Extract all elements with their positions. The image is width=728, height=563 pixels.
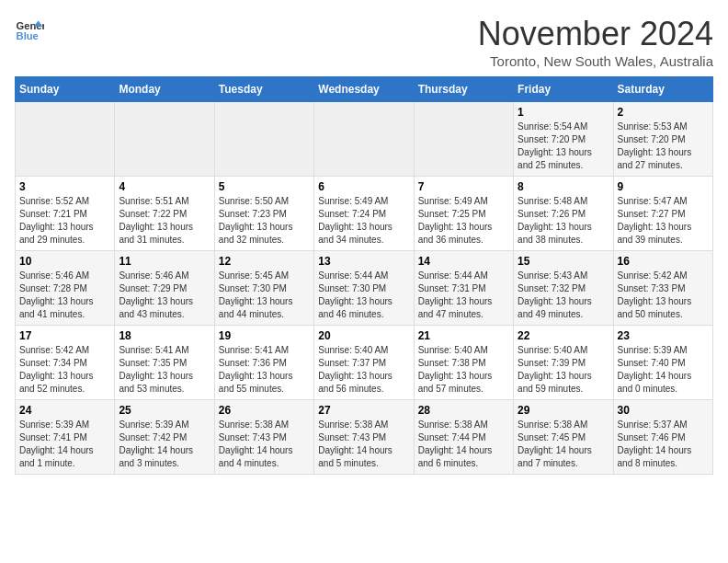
calendar-cell — [115, 102, 214, 177]
day-number: 20 — [318, 329, 409, 342]
day-info: Sunrise: 5:53 AMSunset: 7:20 PMDaylight:… — [618, 121, 709, 172]
day-number: 8 — [518, 180, 609, 193]
header: General Blue November 2024 Toronto, New … — [15, 15, 713, 69]
calendar-cell: 15Sunrise: 5:43 AMSunset: 7:32 PMDayligh… — [514, 251, 613, 326]
week-row-4: 17Sunrise: 5:42 AMSunset: 7:34 PMDayligh… — [16, 326, 713, 400]
title-area: November 2024 Toronto, New South Wales, … — [478, 15, 713, 69]
calendar-cell: 18Sunrise: 5:41 AMSunset: 7:35 PMDayligh… — [115, 326, 214, 400]
day-info: Sunrise: 5:46 AMSunset: 7:29 PMDaylight:… — [119, 270, 210, 321]
day-info: Sunrise: 5:54 AMSunset: 7:20 PMDaylight:… — [518, 121, 609, 172]
calendar-cell: 19Sunrise: 5:41 AMSunset: 7:36 PMDayligh… — [214, 326, 313, 400]
day-number: 26 — [219, 404, 310, 417]
calendar-cell: 6Sunrise: 5:49 AMSunset: 7:24 PMDaylight… — [314, 177, 414, 251]
day-number: 23 — [618, 329, 709, 342]
column-header-friday: Friday — [514, 77, 613, 102]
day-number: 19 — [219, 329, 310, 342]
logo-icon: General Blue — [15, 15, 44, 44]
day-number: 17 — [19, 329, 110, 342]
header-row: SundayMondayTuesdayWednesdayThursdayFrid… — [16, 77, 713, 102]
day-info: Sunrise: 5:46 AMSunset: 7:28 PMDaylight:… — [19, 270, 110, 321]
day-number: 10 — [19, 255, 110, 268]
day-info: Sunrise: 5:38 AMSunset: 7:43 PMDaylight:… — [219, 419, 310, 470]
day-info: Sunrise: 5:41 AMSunset: 7:35 PMDaylight:… — [119, 344, 210, 396]
calendar-cell: 16Sunrise: 5:42 AMSunset: 7:33 PMDayligh… — [613, 251, 712, 326]
calendar-cell: 14Sunrise: 5:44 AMSunset: 7:31 PMDayligh… — [414, 251, 513, 326]
location-title: Toronto, New South Wales, Australia — [478, 53, 713, 69]
day-info: Sunrise: 5:37 AMSunset: 7:46 PMDaylight:… — [618, 419, 709, 470]
column-header-monday: Monday — [115, 77, 214, 102]
day-info: Sunrise: 5:39 AMSunset: 7:42 PMDaylight:… — [119, 419, 210, 470]
calendar-cell: 28Sunrise: 5:38 AMSunset: 7:44 PMDayligh… — [414, 400, 513, 475]
day-info: Sunrise: 5:42 AMSunset: 7:33 PMDaylight:… — [618, 270, 709, 321]
day-number: 6 — [318, 180, 409, 193]
calendar-cell: 13Sunrise: 5:44 AMSunset: 7:30 PMDayligh… — [314, 251, 414, 326]
day-info: Sunrise: 5:47 AMSunset: 7:27 PMDaylight:… — [618, 195, 709, 247]
calendar-cell: 12Sunrise: 5:45 AMSunset: 7:30 PMDayligh… — [214, 251, 313, 326]
day-number: 12 — [219, 255, 310, 268]
day-info: Sunrise: 5:39 AMSunset: 7:41 PMDaylight:… — [19, 419, 110, 470]
column-header-thursday: Thursday — [414, 77, 513, 102]
day-info: Sunrise: 5:48 AMSunset: 7:26 PMDaylight:… — [518, 195, 609, 247]
day-number: 29 — [518, 404, 609, 417]
day-number: 1 — [518, 106, 609, 119]
day-number: 4 — [119, 180, 210, 193]
day-info: Sunrise: 5:38 AMSunset: 7:43 PMDaylight:… — [318, 419, 409, 470]
calendar-cell: 17Sunrise: 5:42 AMSunset: 7:34 PMDayligh… — [16, 326, 115, 400]
svg-text:Blue: Blue — [17, 30, 39, 41]
calendar-cell: 27Sunrise: 5:38 AMSunset: 7:43 PMDayligh… — [314, 400, 414, 475]
day-number: 15 — [518, 255, 609, 268]
day-number: 5 — [219, 180, 310, 193]
day-number: 22 — [518, 329, 609, 342]
day-info: Sunrise: 5:41 AMSunset: 7:36 PMDaylight:… — [219, 344, 310, 396]
logo: General Blue — [15, 15, 44, 44]
calendar-cell — [414, 102, 513, 177]
month-title: November 2024 — [478, 15, 713, 53]
day-info: Sunrise: 5:51 AMSunset: 7:22 PMDaylight:… — [119, 195, 210, 247]
calendar-cell: 1Sunrise: 5:54 AMSunset: 7:20 PMDaylight… — [514, 102, 613, 177]
day-number: 24 — [19, 404, 110, 417]
week-row-1: 1Sunrise: 5:54 AMSunset: 7:20 PMDaylight… — [16, 102, 713, 177]
day-info: Sunrise: 5:38 AMSunset: 7:45 PMDaylight:… — [518, 419, 609, 470]
day-number: 13 — [318, 255, 409, 268]
calendar-cell: 20Sunrise: 5:40 AMSunset: 7:37 PMDayligh… — [314, 326, 414, 400]
calendar-cell: 22Sunrise: 5:40 AMSunset: 7:39 PMDayligh… — [514, 326, 613, 400]
column-header-tuesday: Tuesday — [214, 77, 313, 102]
day-info: Sunrise: 5:52 AMSunset: 7:21 PMDaylight:… — [19, 195, 110, 247]
calendar-cell: 30Sunrise: 5:37 AMSunset: 7:46 PMDayligh… — [613, 400, 712, 475]
calendar-cell: 29Sunrise: 5:38 AMSunset: 7:45 PMDayligh… — [514, 400, 613, 475]
calendar-cell: 5Sunrise: 5:50 AMSunset: 7:23 PMDaylight… — [214, 177, 313, 251]
week-row-2: 3Sunrise: 5:52 AMSunset: 7:21 PMDaylight… — [16, 177, 713, 251]
day-info: Sunrise: 5:49 AMSunset: 7:25 PMDaylight:… — [418, 195, 509, 247]
calendar-cell: 7Sunrise: 5:49 AMSunset: 7:25 PMDaylight… — [414, 177, 513, 251]
calendar-cell — [16, 102, 115, 177]
calendar-cell: 26Sunrise: 5:38 AMSunset: 7:43 PMDayligh… — [214, 400, 313, 475]
day-info: Sunrise: 5:43 AMSunset: 7:32 PMDaylight:… — [518, 270, 609, 321]
day-number: 21 — [418, 329, 509, 342]
calendar-cell — [314, 102, 414, 177]
day-number: 27 — [318, 404, 409, 417]
calendar-table: SundayMondayTuesdayWednesdayThursdayFrid… — [15, 76, 713, 475]
calendar-cell: 4Sunrise: 5:51 AMSunset: 7:22 PMDaylight… — [115, 177, 214, 251]
day-info: Sunrise: 5:39 AMSunset: 7:40 PMDaylight:… — [618, 344, 709, 396]
calendar-cell: 10Sunrise: 5:46 AMSunset: 7:28 PMDayligh… — [16, 251, 115, 326]
day-number: 14 — [418, 255, 509, 268]
day-number: 7 — [418, 180, 509, 193]
day-number: 9 — [618, 180, 709, 193]
day-info: Sunrise: 5:44 AMSunset: 7:30 PMDaylight:… — [318, 270, 409, 321]
calendar-cell: 21Sunrise: 5:40 AMSunset: 7:38 PMDayligh… — [414, 326, 513, 400]
calendar-cell: 9Sunrise: 5:47 AMSunset: 7:27 PMDaylight… — [613, 177, 712, 251]
week-row-3: 10Sunrise: 5:46 AMSunset: 7:28 PMDayligh… — [16, 251, 713, 326]
day-number: 28 — [418, 404, 509, 417]
day-number: 18 — [119, 329, 210, 342]
calendar-cell: 11Sunrise: 5:46 AMSunset: 7:29 PMDayligh… — [115, 251, 214, 326]
day-number: 3 — [19, 180, 110, 193]
day-info: Sunrise: 5:38 AMSunset: 7:44 PMDaylight:… — [418, 419, 509, 470]
column-header-wednesday: Wednesday — [314, 77, 414, 102]
day-info: Sunrise: 5:44 AMSunset: 7:31 PMDaylight:… — [418, 270, 509, 321]
day-info: Sunrise: 5:49 AMSunset: 7:24 PMDaylight:… — [318, 195, 409, 247]
day-number: 2 — [618, 106, 709, 119]
calendar-cell: 23Sunrise: 5:39 AMSunset: 7:40 PMDayligh… — [613, 326, 712, 400]
calendar-cell: 25Sunrise: 5:39 AMSunset: 7:42 PMDayligh… — [115, 400, 214, 475]
day-number: 11 — [119, 255, 210, 268]
calendar-cell: 24Sunrise: 5:39 AMSunset: 7:41 PMDayligh… — [16, 400, 115, 475]
